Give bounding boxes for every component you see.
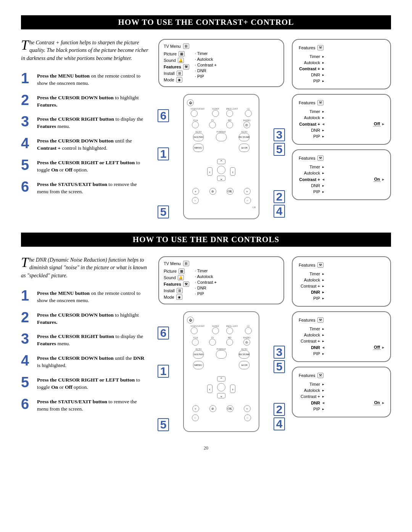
- callout-1: 1: [158, 365, 169, 378]
- btn-label: FORMAT: [216, 131, 227, 133]
- step-2: 2Press the CURSOR DOWN button to highlig…: [21, 93, 149, 109]
- features-icon: ⚒: [317, 262, 323, 268]
- menu-item: Timer: [299, 272, 322, 276]
- step-number: 5: [21, 158, 37, 172]
- status-exit-button: [191, 327, 198, 334]
- callout-1: 1: [158, 147, 169, 160]
- step-6: 6Press the STATUS/EXIT button to remove …: [21, 180, 149, 196]
- features-icon: ⚒: [183, 281, 189, 287]
- vol-up-button: +: [192, 405, 199, 412]
- submenu-item: PIP: [195, 291, 217, 296]
- features-menu-1: Features ⚒ Timer▸ Autolock▸ Contrast +▸ …: [292, 39, 391, 89]
- btn-label: STATUS/EXIT: [191, 325, 205, 327]
- menu-item: Timer: [299, 109, 322, 114]
- step-5: 5Press the CURSOR RIGHT or LEFT button t…: [21, 158, 149, 174]
- cursor-up-icon: ⌃: [217, 376, 225, 382]
- vol-up-button: +: [192, 188, 199, 195]
- step-text: Press the CURSOR RIGHT or LEFT button to…: [37, 158, 149, 174]
- menu-item: Sound 🔔: [164, 58, 189, 63]
- sleep-button: [212, 327, 219, 334]
- callout-2: 2: [274, 190, 285, 203]
- menu-title: Features: [299, 263, 315, 267]
- sound-button: SOUND: [193, 350, 204, 359]
- btn-label: SLEEP: [212, 325, 219, 327]
- features-icon: ⚒: [183, 64, 189, 70]
- menu-item: Autolock: [299, 278, 322, 282]
- callout-3: 3: [274, 346, 285, 359]
- menu-item: Mode ◉: [164, 77, 189, 82]
- menu-item-selected: DNR: [299, 345, 322, 350]
- menu-item: Mode: [164, 295, 174, 299]
- step-text: Press the CURSOR RIGHT button to display…: [37, 332, 149, 348]
- menu-item: PIP: [299, 351, 322, 356]
- tv-menu-title: TV Menu: [164, 44, 181, 49]
- tv-main-menu: Picture ▦ Sound 🔔 Features ⚒ Install ⊞ M…: [164, 51, 189, 82]
- menu-item: PIP: [299, 134, 322, 139]
- submenu-item: Timer: [195, 268, 217, 273]
- picture-button: PICTURE: [239, 350, 249, 359]
- format-button: [216, 133, 227, 141]
- tv-sub-menu: Timer Autolock Contrast + DNR PIP: [195, 268, 217, 300]
- btn-label: HD: [226, 336, 233, 339]
- sound-icon: 🔔: [178, 58, 184, 63]
- ch-down-button: −: [244, 414, 251, 421]
- btn-label: STATUS/EXIT: [191, 108, 205, 110]
- steps-list: 1Press the MENU button on the remote con…: [21, 71, 149, 196]
- btn-label: VGA: [192, 119, 199, 121]
- arrow-right-icon: ▸: [322, 79, 326, 83]
- screens-column: Features ⚒ Timer▸ Autolock▸ Contrast +▸ …: [292, 39, 391, 219]
- menu-item: Picture: [164, 269, 177, 273]
- step-number: 3: [21, 332, 37, 346]
- cursor-up-icon: ⌃: [217, 159, 225, 164]
- step-number: 1: [21, 71, 37, 85]
- menu-item-selected: Contrast +: [299, 66, 322, 71]
- diagram-column: TV Menu ⊞ Picture ▦ Sound 🔔 Features ⚒ I…: [158, 256, 284, 432]
- menu-item-selected: Features: [164, 282, 181, 286]
- callout-6: 6: [158, 109, 169, 122]
- menu-item: Picture ▦: [164, 51, 189, 57]
- toggle-value: Off: [373, 121, 381, 126]
- features-menu-3: Features ⚒ Timer▸ Autolock▸ Contrast +◂O…: [292, 149, 391, 200]
- format-button: [216, 350, 227, 359]
- tv-button: [209, 339, 216, 346]
- dpad: ⌃ ⌄ ‹ ›: [206, 372, 237, 403]
- btn-label: FORMAT: [216, 348, 227, 350]
- menu-item: Autolock: [299, 115, 322, 120]
- menu-item: Autolock: [299, 333, 322, 337]
- step-4: 4Press the CURSOR DOWN button until the …: [21, 136, 149, 152]
- btn-label: PROG.LIST: [226, 325, 238, 327]
- menu-item: DNR: [299, 73, 322, 77]
- ok-label-button: OK: [227, 405, 233, 412]
- ch-down-button: −: [244, 197, 251, 204]
- menu-item: Sound: [164, 275, 176, 280]
- tv-button: [209, 121, 216, 128]
- page-number: 20: [21, 445, 391, 451]
- step-number: 1: [21, 289, 37, 302]
- status-exit-button: [191, 110, 198, 117]
- menu-item-selected: DNR: [299, 401, 322, 405]
- step-number: 4: [21, 354, 37, 367]
- menu-button: MENU: [193, 361, 204, 369]
- menu-item: Contrast +: [299, 394, 322, 399]
- step-1: 1Press the MENU button on the remote con…: [21, 289, 149, 304]
- proglist-button: [226, 110, 233, 117]
- arrow-right-icon: ▸: [322, 61, 326, 65]
- arrow-left-icon: ◂: [322, 122, 324, 126]
- toggle-value: On: [373, 177, 381, 182]
- menu-item-selected: DNR: [299, 290, 322, 294]
- arrow-right-icon: ▸: [382, 122, 384, 126]
- step-6: 6Press the STATUS/EXIT button to remove …: [21, 397, 149, 413]
- cursor-left-icon: ‹: [207, 167, 212, 176]
- step-number: 6: [21, 397, 37, 411]
- menu-item: Autolock: [299, 388, 322, 393]
- mode-icon: ◉: [176, 294, 182, 300]
- menu-item: Contrast +: [299, 284, 322, 288]
- btn-label: TV: [209, 119, 216, 121]
- picture-icon: ▦: [179, 51, 185, 57]
- cursor-right-icon: ›: [230, 167, 235, 176]
- cursor-right-icon: ›: [230, 385, 235, 393]
- menu-item: PIP: [299, 407, 322, 411]
- menu-title: Features: [299, 100, 315, 105]
- remote-diagram: 6 1 5 3 5 2 4 ⏻ STATUS/EXIT SLEEP PROG.L…: [158, 311, 284, 432]
- step-text: Press the STATUS/EXIT button to remove t…: [37, 180, 149, 196]
